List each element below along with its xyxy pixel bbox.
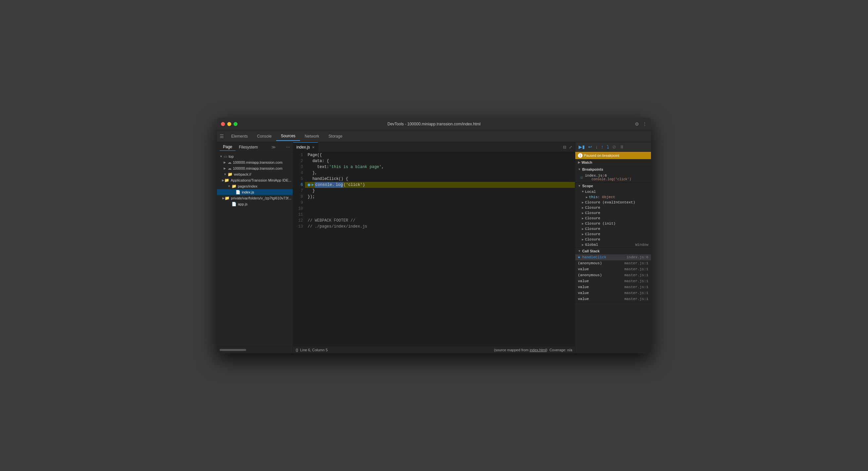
watch-section: ▶ Watch — [575, 159, 651, 166]
scope-closure-4[interactable]: ▶ Closure — [575, 216, 651, 221]
maximize-button[interactable] — [234, 122, 238, 126]
sidebar-tab-page[interactable]: Page — [220, 143, 236, 151]
code-line-12: // WEBPACK FOOTER // — [305, 218, 575, 224]
resume-button[interactable]: ▶▮ — [578, 144, 586, 150]
breakpoints-arrow-icon: ▼ — [578, 168, 581, 171]
paused-text: Paused on breakpoint — [584, 154, 619, 157]
tree-item-private[interactable]: ▶ 📁 private/var/folders/v_/zp7tgl610v73f… — [217, 195, 293, 201]
call-fn-6: value — [578, 291, 589, 295]
settings-icon[interactable]: ⚙ — [635, 121, 639, 127]
call-stack-item-6[interactable]: value master.js:1 — [575, 290, 651, 296]
call-fn-4: value — [578, 279, 589, 283]
nav-icon[interactable]: ☰ — [220, 134, 224, 139]
tree-item-pages-index[interactable]: ▼ 📁 pages/index — [217, 183, 293, 189]
scope-closure-6[interactable]: ▶ Closure — [575, 226, 651, 231]
tree-item-domain1[interactable]: ▶ ☁ 100000.miniapp.transsion.com — [217, 159, 293, 165]
scope-closure-4-label: Closure — [585, 216, 600, 220]
status-right: (source mapped from index.html) Coverage… — [494, 348, 572, 352]
sidebar-bottom — [217, 346, 293, 353]
editor-area: index.js ✕ ⊟ ⤢ 1 2 3 4 5 6 7 8 — [293, 142, 575, 353]
tree-item-domain2[interactable]: ▶ ☁ 100000.miniapp.transsion.com — [217, 165, 293, 171]
code-line-2: data: { — [305, 158, 575, 164]
titlebar-icons: ⚙ ⋮ — [635, 121, 647, 127]
status-source-map: (source mapped from — [494, 348, 530, 352]
watch-header[interactable]: ▶ Watch — [575, 159, 651, 166]
scope-closure-7[interactable]: ▶ Closure — [575, 231, 651, 237]
code-line-6: ▶ console.log('click') — [305, 182, 575, 188]
tree-item-webpack[interactable]: ▼ 📁 webpack:// — [217, 171, 293, 177]
scope-arrow-icon: ▼ — [578, 184, 581, 188]
tree-label-private: private/var/folders/v_/zp7tgl610v73f... — [231, 196, 291, 200]
editor-icon-expand[interactable]: ⤢ — [569, 145, 572, 150]
call-stack-item-2[interactable]: value master.js:1 — [575, 266, 651, 272]
scope-header[interactable]: ▼ Scope — [575, 183, 651, 189]
sidebar-options-icon[interactable]: ⋯ — [286, 145, 290, 150]
scope-closure-2-arrow: ▶ — [582, 206, 584, 210]
scope-closure-3-label: Closure — [585, 211, 600, 215]
editor-tab-index-js[interactable]: index.js ✕ — [293, 142, 318, 152]
scope-closure-7-arrow: ▶ — [582, 232, 584, 236]
scope-this-arrow: ▶ — [586, 195, 588, 199]
minimize-button[interactable] — [227, 122, 231, 126]
scope-global-arrow: ▶ — [582, 243, 584, 247]
scope-this[interactable]: ▶ this : Object — [575, 194, 651, 200]
scope-content: ▼ Local ▶ this : Object ▶ Closure (evalI… — [575, 189, 651, 247]
breakpoint-item-1[interactable]: ☑ index.js:6 console.log('click') — [575, 172, 651, 182]
call-stack-item-7[interactable]: value master.js:1 — [575, 296, 651, 302]
scope-closure-1[interactable]: ▶ Closure (evalInContext) — [575, 200, 651, 205]
deactivate-breakpoints-button[interactable]: ⊘ — [612, 144, 617, 150]
editor-icon-format[interactable]: ⊟ — [563, 145, 566, 150]
tab-storage[interactable]: Storage — [324, 132, 347, 140]
status-source-map-link[interactable]: index.html — [530, 348, 546, 352]
close-button[interactable] — [221, 122, 225, 126]
tree-item-app-js[interactable]: ▶ 📄 app.js — [217, 201, 293, 207]
scope-global[interactable]: ▶ Global Window — [575, 242, 651, 247]
editor-tab-bar: index.js ✕ ⊟ ⤢ — [293, 142, 575, 152]
code-editor[interactable]: 1 2 3 4 5 6 7 8 9 10 11 12 13 Page({ — [293, 152, 575, 346]
tree-item-top[interactable]: ▼ ▭ top — [217, 154, 293, 159]
tab-sources[interactable]: Sources — [276, 132, 300, 141]
format-icon[interactable]: {} — [296, 348, 298, 352]
scope-closure-5[interactable]: ▶ Closure (init) — [575, 221, 651, 226]
code-content[interactable]: Page({ data: { text: 'this is a blank pa… — [305, 152, 575, 346]
scope-closure-8[interactable]: ▶ Closure — [575, 237, 651, 242]
tree-label-index-js: index.js — [242, 190, 254, 194]
scope-closure-8-label: Closure — [585, 238, 600, 242]
tree-item-applications[interactable]: ▶ 📁 Applications/Transsion MiniApp IDE..… — [217, 177, 293, 183]
scope-closure-1-label: Closure (evalInContext) — [585, 200, 635, 205]
call-stack-item-0[interactable]: ● handleClick index.js:6 — [575, 254, 651, 260]
scope-closure-3[interactable]: ▶ Closure — [575, 210, 651, 216]
tab-elements[interactable]: Elements — [226, 132, 252, 140]
scope-closure-2[interactable]: ▶ Closure — [575, 205, 651, 210]
bp-checkbox[interactable]: ☑ — [581, 175, 583, 180]
call-stack-item-5[interactable]: value master.js:1 — [575, 284, 651, 290]
sidebar-more-icon[interactable]: ≫ — [272, 145, 276, 150]
call-stack-header[interactable]: ▼ Call Stack — [575, 248, 651, 254]
breakpoints-header[interactable]: ▼ Breakpoints — [575, 166, 651, 172]
tab-console[interactable]: Console — [252, 132, 276, 140]
step-into-button[interactable]: ↓ — [595, 144, 598, 150]
breakpoint-dot — [308, 184, 310, 186]
status-source-map-close: ) — [546, 348, 549, 352]
status-left: {} Line 6, Column 5 — [296, 348, 328, 352]
scope-local-header[interactable]: ▼ Local — [575, 189, 651, 194]
scope-this-key: this — [589, 195, 597, 199]
tab-network[interactable]: Network — [300, 132, 324, 140]
call-fn-7: value — [578, 297, 589, 301]
call-stack-item-1[interactable]: (anonymous) master.js:1 — [575, 260, 651, 266]
step-over-button[interactable]: ↩ — [588, 144, 593, 150]
tree-item-index-js[interactable]: ▶ 📄 index.js — [217, 189, 293, 195]
tab-close-icon[interactable]: ✕ — [312, 146, 315, 149]
sidebar-tab-filesystem[interactable]: Filesystem — [236, 144, 261, 151]
code-line-1: Page({ — [305, 152, 575, 158]
call-stack-item-3[interactable]: (anonymous) master.js:1 — [575, 272, 651, 278]
horizontal-scrollbar[interactable] — [220, 349, 246, 351]
pause-on-exceptions-button[interactable]: ⏸ — [619, 144, 625, 150]
step-button[interactable]: ⤵ — [606, 144, 610, 150]
step-out-button[interactable]: ↑ — [600, 144, 604, 150]
file-sidebar: Page Filesystem ≫ ⋯ ▼ ▭ top ▶ ☁ 100 — [217, 142, 293, 353]
scope-section: ▼ Scope ▼ Local ▶ this : Object — [575, 183, 651, 248]
call-stack-item-4[interactable]: value master.js:1 — [575, 278, 651, 284]
call-fn-2: value — [578, 267, 589, 271]
more-icon[interactable]: ⋮ — [642, 121, 647, 127]
